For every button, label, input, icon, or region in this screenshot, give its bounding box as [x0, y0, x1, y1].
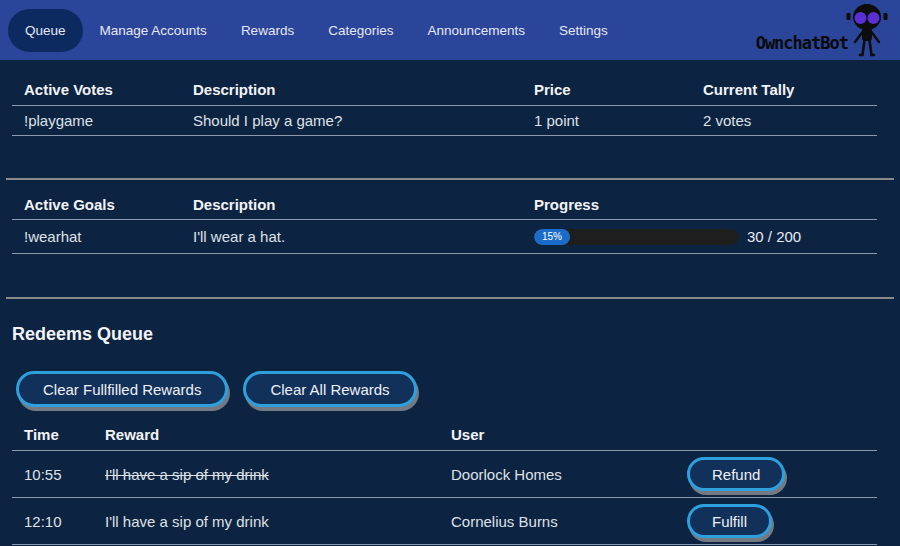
- table-row: 10:55 I'll have a sip of my drink Doorlo…: [12, 451, 877, 498]
- goals-header-row: Active Goals Description Progress: [12, 180, 877, 220]
- vote-price: 1 point: [522, 106, 691, 135]
- vote-description: Should I play a game?: [181, 106, 522, 135]
- page-title: Redeems Queue: [12, 324, 900, 345]
- redeem-action-cell: Fulfill: [675, 498, 877, 544]
- brand-name: OwnchatBot: [756, 33, 848, 53]
- goals-header-command: Active Goals: [12, 180, 181, 219]
- section-divider: [6, 297, 894, 299]
- fulfill-button[interactable]: Fulfill: [687, 504, 772, 538]
- vote-tally: 2 votes: [691, 106, 877, 135]
- votes-header-tally: Current Tally: [691, 60, 877, 105]
- tab-rewards[interactable]: Rewards: [224, 9, 311, 52]
- clear-all-rewards-button[interactable]: Clear All Rewards: [243, 371, 416, 407]
- redeems-actions: Clear Fullfilled Rewards Clear All Rewar…: [16, 371, 900, 407]
- tab-announcements[interactable]: Announcements: [410, 9, 542, 52]
- top-nav: Queue Manage Accounts Rewards Categories…: [0, 0, 900, 60]
- robot-mascot-icon: [844, 2, 890, 60]
- votes-header-description: Description: [181, 60, 522, 105]
- redeems-header-user: User: [439, 413, 675, 450]
- redeems-header-action: [675, 422, 877, 442]
- redeems-header-reward: Reward: [93, 413, 439, 450]
- refund-button[interactable]: Refund: [687, 457, 785, 491]
- redeem-user: Doorlock Homes: [439, 460, 675, 489]
- votes-header-command: Active Votes: [12, 60, 181, 105]
- redeems-header-row: Time Reward User: [12, 413, 877, 451]
- goal-progress: 15% 30 / 200: [522, 220, 877, 253]
- main-content: Active Votes Description Price Current T…: [0, 60, 900, 545]
- progress-bar: 15%: [534, 229, 739, 245]
- table-row: !playgame Should I play a game? 1 point …: [12, 106, 877, 136]
- redeems-header-time: Time: [12, 413, 93, 450]
- goals-header-description: Description: [181, 180, 522, 219]
- redeems-table: Time Reward User 10:55 I'll have a sip o…: [12, 413, 877, 545]
- tab-manage-accounts[interactable]: Manage Accounts: [83, 9, 224, 52]
- tab-queue[interactable]: Queue: [8, 9, 83, 52]
- brand-logo: OwnchatBot: [756, 0, 890, 60]
- nav-tabs: Queue Manage Accounts Rewards Categories…: [8, 9, 625, 52]
- active-votes-table: Active Votes Description Price Current T…: [12, 60, 877, 136]
- redeem-action-cell: Refund: [675, 451, 877, 497]
- redeem-user: Cornelius Burns: [439, 507, 675, 536]
- tab-categories[interactable]: Categories: [311, 9, 410, 52]
- clear-fulfilled-rewards-button[interactable]: Clear Fullfilled Rewards: [16, 371, 228, 407]
- goals-header-progress: Progress: [522, 180, 877, 219]
- progress-bar-fill: 15%: [534, 229, 570, 245]
- tab-settings[interactable]: Settings: [542, 9, 625, 52]
- redeem-reward: I'll have a sip of my drink: [93, 460, 439, 489]
- progress-count: 30 / 200: [747, 228, 801, 245]
- votes-header-row: Active Votes Description Price Current T…: [12, 60, 877, 106]
- active-goals-table: Active Goals Description Progress !wearh…: [12, 180, 877, 254]
- goal-command: !wearhat: [12, 220, 181, 253]
- votes-header-price: Price: [522, 60, 691, 105]
- redeem-time: 10:55: [12, 460, 93, 489]
- goal-description: I'll wear a hat.: [181, 220, 522, 253]
- redeem-reward: I'll have a sip of my drink: [93, 507, 439, 536]
- table-row: 12:10 I'll have a sip of my drink Cornel…: [12, 498, 877, 545]
- redeem-time: 12:10: [12, 507, 93, 536]
- table-row: !wearhat I'll wear a hat. 15% 30 / 200: [12, 220, 877, 254]
- vote-command: !playgame: [12, 106, 181, 135]
